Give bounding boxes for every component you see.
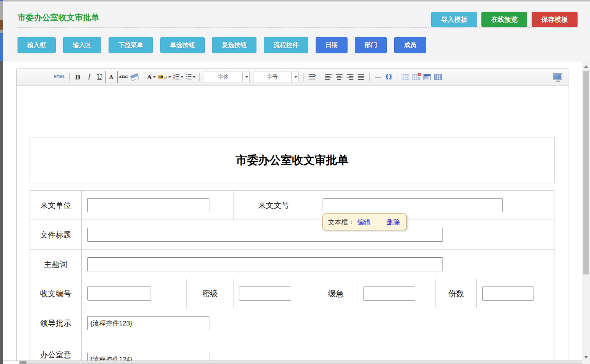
list-lines-icon bbox=[176, 74, 179, 79]
insert-table-button[interactable] bbox=[400, 72, 411, 83]
ordered-list-button[interactable] bbox=[172, 72, 184, 83]
palette-input-box-button[interactable]: 输入框 bbox=[18, 37, 56, 53]
unordered-list-icon bbox=[186, 74, 186, 79]
remove-format-button[interactable] bbox=[129, 72, 140, 83]
urgency-input[interactable] bbox=[363, 287, 415, 301]
horizontal-scrollbar[interactable] bbox=[3, 360, 582, 364]
source-unit-cell bbox=[82, 191, 234, 220]
toolbar-separator bbox=[369, 73, 370, 81]
table-row: 收文编号 密级 缓急 份数 bbox=[30, 279, 555, 308]
underline-icon[interactable]: U bbox=[94, 72, 105, 83]
font-family-dropdown-button[interactable] bbox=[242, 72, 249, 82]
subject-words-cell bbox=[82, 250, 555, 279]
table-row: 领导批示 bbox=[30, 308, 555, 338]
source-unit-input[interactable] bbox=[87, 198, 209, 212]
subject-words-label: 主题词 bbox=[30, 250, 82, 279]
align-center-icon bbox=[336, 74, 342, 80]
italic-icon[interactable]: I bbox=[83, 72, 94, 83]
chevron-down-icon bbox=[153, 76, 156, 78]
table-row: 来文单位 来文文号 bbox=[30, 191, 555, 220]
leader-instructions-input[interactable] bbox=[87, 316, 209, 330]
tooltip-label: 文本框： bbox=[328, 218, 355, 227]
align-justify-button[interactable] bbox=[356, 72, 367, 83]
html-source-icon[interactable]: HTML bbox=[53, 72, 67, 83]
rich-text-editor-panel: HTML B I U A ABC A ab 字体 字号 Ω bbox=[16, 68, 569, 364]
background-window-sliver bbox=[0, 0, 3, 364]
palette-checkbox-button[interactable]: 复选按钮 bbox=[212, 37, 256, 53]
font-color-button[interactable]: A bbox=[146, 72, 157, 83]
source-unit-label: 来文单位 bbox=[30, 191, 82, 220]
receipt-number-cell bbox=[82, 279, 187, 308]
editor-toolbar: HTML B I U A ABC A ab 字体 字号 Ω bbox=[17, 69, 569, 86]
font-style-icon[interactable]: A bbox=[105, 71, 118, 83]
horizontal-scrollbar-thumb[interactable] bbox=[19, 361, 26, 364]
subject-words-input[interactable] bbox=[87, 257, 443, 271]
table-row: 文件标题 bbox=[30, 220, 555, 250]
align-center-button[interactable] bbox=[334, 72, 345, 83]
cell-properties-button[interactable] bbox=[422, 72, 433, 83]
palette-date-button[interactable]: 日期 bbox=[316, 37, 348, 53]
chevron-down-icon bbox=[169, 76, 171, 78]
toolbar-separator bbox=[143, 73, 143, 81]
font-size-dropdown-button[interactable] bbox=[291, 72, 299, 82]
chevron-down-icon bbox=[295, 76, 297, 78]
palette-flow-control-button[interactable]: 流程控件 bbox=[264, 37, 308, 53]
horizontal-rule-button[interactable] bbox=[372, 72, 383, 83]
scroll-up-arrow-icon[interactable] bbox=[584, 65, 588, 68]
leader-instructions-label: 领导批示 bbox=[30, 308, 82, 338]
urgency-cell bbox=[358, 279, 436, 308]
security-level-input[interactable] bbox=[239, 287, 291, 301]
align-right-button[interactable] bbox=[345, 72, 356, 83]
toolbar-separator bbox=[69, 73, 70, 81]
page-title: 市委办公室收文审批单 bbox=[18, 12, 99, 23]
palette-radio-button[interactable]: 单选按钮 bbox=[160, 37, 205, 53]
align-right-icon bbox=[347, 74, 353, 80]
toolbar-separator bbox=[199, 73, 200, 81]
palette-textarea-button[interactable]: 输入区 bbox=[63, 37, 101, 53]
receipt-number-input[interactable] bbox=[87, 287, 151, 301]
strikethrough-icon[interactable]: ABC bbox=[118, 72, 129, 83]
doc-title-cell bbox=[82, 220, 555, 250]
table-properties-icon bbox=[434, 74, 442, 80]
delete-link[interactable]: 删除 bbox=[387, 218, 400, 227]
vertical-scrollbar-thumb[interactable] bbox=[583, 71, 589, 274]
import-template-button[interactable]: 导入模板 bbox=[431, 12, 477, 27]
cell-properties-icon bbox=[423, 74, 431, 80]
copies-input[interactable] bbox=[482, 287, 534, 301]
scroll-down-arrow-icon[interactable] bbox=[585, 356, 588, 359]
eraser-icon bbox=[130, 73, 139, 81]
unordered-list-button[interactable] bbox=[184, 72, 196, 83]
font-size-select[interactable]: 字号 bbox=[253, 72, 299, 82]
form-title-box: 市委办公室收文审批单 bbox=[30, 137, 555, 183]
fullscreen-icon[interactable] bbox=[553, 73, 562, 80]
palette-department-button[interactable]: 部门 bbox=[355, 37, 387, 53]
doc-number-input[interactable] bbox=[323, 198, 503, 212]
font-color-icon: A bbox=[147, 74, 152, 81]
palette-member-button[interactable]: 成员 bbox=[394, 37, 426, 53]
doc-number-label: 来文文号 bbox=[234, 191, 314, 220]
copies-cell bbox=[477, 279, 555, 308]
indent-button[interactable] bbox=[306, 72, 317, 83]
online-preview-button[interactable]: 在线预览 bbox=[481, 12, 527, 27]
editor-document[interactable]: 市委办公室收文审批单 来文单位 来文文号 文件标题 主题 bbox=[17, 86, 569, 364]
special-character-icon[interactable]: Ω bbox=[383, 72, 394, 83]
bold-icon[interactable]: B bbox=[72, 72, 83, 83]
save-template-button[interactable]: 保存模板 bbox=[532, 12, 578, 27]
chevron-down-icon bbox=[193, 76, 195, 78]
font-family-value: 字体 bbox=[204, 72, 242, 82]
vertical-scrollbar[interactable] bbox=[582, 62, 590, 364]
edit-link[interactable]: 编辑 bbox=[357, 218, 371, 227]
dashed-divider bbox=[18, 27, 579, 28]
approval-form-table: 来文单位 来文文号 文件标题 主题词 收文编号 密级 bbox=[30, 190, 555, 364]
form-title: 市委办公室收文审批单 bbox=[236, 153, 349, 168]
highlight-color-button[interactable]: ab bbox=[157, 72, 172, 83]
font-family-select[interactable]: 字体 bbox=[204, 72, 250, 82]
align-left-button[interactable] bbox=[323, 72, 334, 83]
palette-dropdown-button[interactable]: 下拉菜单 bbox=[109, 37, 153, 53]
delete-table-button[interactable] bbox=[411, 72, 422, 83]
table-properties-button[interactable] bbox=[433, 72, 444, 83]
horizontal-rule-icon bbox=[375, 77, 381, 77]
leader-instructions-cell bbox=[82, 308, 555, 338]
urgency-label: 缓急 bbox=[314, 279, 358, 308]
toolbar-separator bbox=[397, 73, 397, 81]
